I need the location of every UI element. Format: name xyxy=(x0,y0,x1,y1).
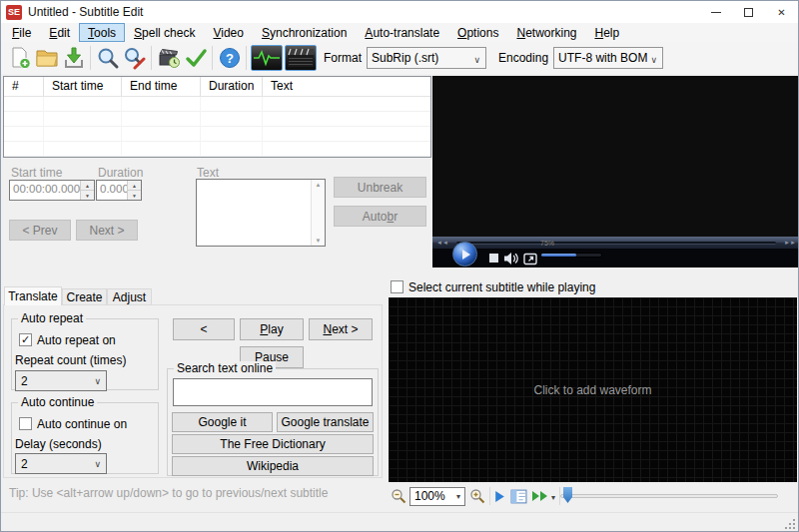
column-number[interactable]: # xyxy=(4,77,44,96)
tab-create[interactable]: Create xyxy=(62,288,107,305)
new-subtitle-button[interactable] xyxy=(6,45,33,72)
volume-fill xyxy=(541,254,576,257)
start-time-spinner[interactable] xyxy=(80,181,94,200)
app-icon: SE xyxy=(6,5,22,20)
unbreak-button[interactable]: Unbreak xyxy=(334,177,426,198)
search-text-input[interactable] xyxy=(173,378,373,406)
subtitle-list-body[interactable] xyxy=(4,97,430,157)
volume-label: 75% xyxy=(540,240,554,247)
fullscreen-icon[interactable] xyxy=(523,252,537,266)
help-button[interactable]: ? xyxy=(216,45,243,72)
find-button[interactable] xyxy=(94,45,121,72)
position-slider-track[interactable] xyxy=(560,494,778,498)
column-duration[interactable]: Duration xyxy=(201,77,263,96)
video-stop-button[interactable] xyxy=(489,254,498,263)
menu-file[interactable]: File xyxy=(3,23,40,42)
auto-br-button[interactable]: Auto br xyxy=(334,206,426,227)
auto-continue-checkbox[interactable] xyxy=(19,417,32,430)
menu-synchronization[interactable]: Synchronization xyxy=(253,23,356,42)
text-scrollbar[interactable] xyxy=(311,180,325,246)
auto-repeat-title: Auto repeat xyxy=(18,311,86,325)
wikipedia-button[interactable]: Wikipedia xyxy=(172,456,374,476)
google-translate-button[interactable]: Google translate xyxy=(277,412,374,432)
select-current-subtitle-checkbox[interactable] xyxy=(391,280,403,293)
start-time-input[interactable]: 00:00:00.000 xyxy=(9,180,95,201)
scroll-down-icon[interactable] xyxy=(316,238,322,244)
seek-track[interactable] xyxy=(456,242,776,245)
column-end-time[interactable]: End time xyxy=(122,77,201,96)
scroll-up-icon[interactable] xyxy=(316,182,322,188)
back-button[interactable]: < xyxy=(173,318,235,340)
menu-video[interactable]: Video xyxy=(204,23,252,42)
spin-up-icon[interactable] xyxy=(81,181,94,191)
play-button[interactable]: Play xyxy=(240,318,304,340)
zoom-out-icon[interactable] xyxy=(391,488,406,504)
auto-continue-checkbox-label: Auto continue on xyxy=(37,417,127,431)
duration-value: 0.000 xyxy=(97,181,127,200)
tab-translate[interactable]: Translate xyxy=(4,286,62,305)
spin-down-icon[interactable] xyxy=(81,191,94,200)
visual-sync-button[interactable] xyxy=(155,45,182,72)
waveform-area[interactable]: Click to add waveform xyxy=(389,297,797,482)
waveform-toggle-button[interactable] xyxy=(251,45,283,71)
next-button[interactable]: Next > xyxy=(76,220,138,241)
zoom-in-icon[interactable] xyxy=(469,488,485,504)
menu-spell-check[interactable]: Spell check xyxy=(125,23,204,42)
video-play-button[interactable] xyxy=(452,242,477,266)
fast-forward-icon[interactable] xyxy=(531,490,549,502)
window-title: Untitled - Subtitle Edit xyxy=(28,5,143,19)
seek-back-icon[interactable]: ◄◄ xyxy=(432,240,452,246)
google-it-button[interactable]: Google it xyxy=(172,412,273,432)
show-video-columns-icon[interactable] xyxy=(510,489,527,504)
subtitle-text-input[interactable] xyxy=(196,179,326,247)
spin-up-icon[interactable] xyxy=(128,181,141,191)
volume-slider[interactable] xyxy=(540,253,602,258)
spin-down-icon[interactable] xyxy=(128,191,141,200)
delay-select[interactable]: 2 xyxy=(15,453,107,474)
open-subtitle-button[interactable] xyxy=(33,45,60,72)
resize-grip[interactable] xyxy=(785,519,795,529)
format-select[interactable]: SubRip (.srt) xyxy=(367,47,486,69)
column-divider xyxy=(200,97,201,157)
duration-input[interactable]: 0.000 xyxy=(96,180,142,201)
menu-auto-translate[interactable]: Auto-translate xyxy=(356,23,448,42)
column-divider xyxy=(121,97,122,157)
maximize-icon xyxy=(744,8,753,17)
speaker-icon[interactable] xyxy=(503,252,519,266)
video-seek-bar[interactable]: ◄◄ ►► xyxy=(432,237,799,249)
repeat-count-select[interactable]: 2 xyxy=(15,370,107,391)
column-start-time[interactable]: Start time xyxy=(44,77,122,96)
chevron-down-icon[interactable] xyxy=(551,489,555,503)
waveform-toolbar: 100% xyxy=(389,485,797,507)
menu-help[interactable]: Help xyxy=(585,23,628,42)
position-slider-thumb[interactable] xyxy=(563,487,572,503)
duration-spinner[interactable] xyxy=(127,181,141,200)
auto-repeat-checkbox[interactable] xyxy=(19,333,32,346)
video-toggle-button[interactable] xyxy=(285,45,317,71)
seek-forward-icon[interactable]: ►► xyxy=(780,240,799,246)
next-subtitle-button[interactable]: Next > xyxy=(309,318,373,340)
help-icon: ? xyxy=(218,46,242,70)
video-player[interactable]: ◄◄ ►► 75% xyxy=(432,76,799,267)
tab-adjust[interactable]: Adjust xyxy=(107,288,152,305)
close-button[interactable] xyxy=(765,1,798,23)
maximize-button[interactable] xyxy=(732,1,765,23)
menu-edit[interactable]: Edit xyxy=(40,23,79,42)
menu-networking[interactable]: Networking xyxy=(507,23,585,42)
subtitle-list[interactable]: # Start time End time Duration Text xyxy=(3,76,431,158)
minimize-button[interactable] xyxy=(699,1,732,23)
column-text[interactable]: Text xyxy=(263,77,430,96)
waveform-play-icon[interactable] xyxy=(494,490,505,503)
free-dictionary-button[interactable]: The Free Dictionary xyxy=(172,434,374,454)
minimize-icon xyxy=(711,12,721,13)
menu-tools[interactable]: Tools xyxy=(79,23,125,42)
clapperboard-icon xyxy=(287,48,315,68)
save-subtitle-button[interactable] xyxy=(60,45,87,72)
waveform-zoom-select[interactable]: 100% xyxy=(409,487,465,506)
prev-button[interactable]: < Prev xyxy=(9,220,71,241)
encoding-select[interactable]: UTF-8 with BOM xyxy=(553,47,663,69)
replace-button[interactable] xyxy=(121,45,148,72)
menu-options[interactable]: Options xyxy=(448,23,507,42)
duration-label: Duration xyxy=(98,166,143,180)
spell-check-button[interactable] xyxy=(182,45,209,72)
